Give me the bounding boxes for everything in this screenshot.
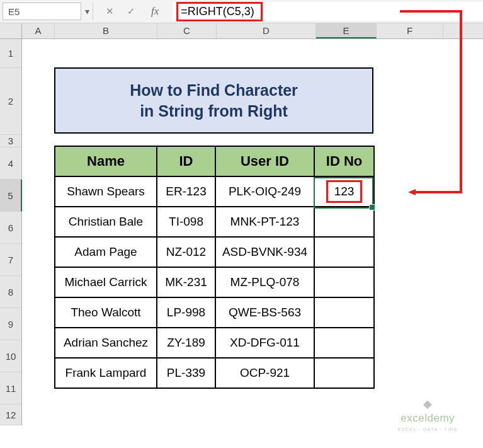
table-row: Adam Page NZ-012 ASD-BVNK-934	[55, 237, 374, 267]
cell-name[interactable]: Shawn Spears	[55, 176, 157, 207]
col-header-A[interactable]: A	[22, 23, 55, 38]
title-line1: How to Find Character	[130, 80, 298, 101]
col-header-D[interactable]: D	[217, 23, 316, 38]
cell-userid[interactable]: ASD-BVNK-934	[215, 237, 314, 267]
column-headers: A B C D E F	[0, 23, 483, 39]
row-header-11[interactable]: 11	[0, 372, 21, 405]
cell-id[interactable]: ER-123	[157, 176, 215, 207]
header-idno[interactable]: ID No	[314, 146, 374, 176]
cell-name[interactable]: Adam Page	[55, 237, 157, 267]
table-row: Adrian Sanchez ZY-189 XD-DFG-011	[55, 328, 374, 358]
row-header-8[interactable]: 8	[0, 276, 21, 308]
watermark-icon: ◆	[397, 397, 458, 411]
header-id[interactable]: ID	[157, 146, 215, 176]
formula-buttons: ✕ ✓ fx	[97, 5, 173, 18]
col-header-C[interactable]: C	[157, 23, 217, 38]
watermark: ◆ exceldemy EXCEL · DATA · TIPS	[397, 397, 458, 432]
row-header-1[interactable]: 1	[0, 39, 21, 68]
cell-userid[interactable]: MZ-PLQ-078	[215, 267, 314, 297]
col-header-F[interactable]: F	[377, 23, 443, 38]
row-header-6[interactable]: 6	[0, 212, 21, 244]
table-row: Shawn Spears ER-123 PLK-OIQ-249 123	[55, 176, 374, 207]
header-name[interactable]: Name	[55, 146, 157, 176]
row-header-5[interactable]: 5	[0, 180, 22, 212]
table-row: Theo Walcott LP-998 QWE-BS-563	[55, 297, 374, 328]
header-userid[interactable]: User ID	[215, 146, 314, 176]
cell-idno[interactable]	[314, 207, 374, 237]
watermark-sub: EXCEL · DATA · TIPS	[397, 427, 458, 432]
chevron-down-icon: ▾	[85, 6, 89, 16]
name-box-dropdown[interactable]: ▾	[81, 3, 93, 20]
cancel-icon[interactable]: ✕	[103, 5, 116, 18]
cell-idno[interactable]	[314, 358, 374, 388]
formula-text: =RIGHT(C5,3)	[176, 2, 263, 21]
row-headers: 1 2 3 4 5 6 7 8 9 10 11 12	[0, 39, 22, 425]
cell-userid[interactable]: PLK-OIQ-249	[215, 176, 314, 207]
cell-idno-E5[interactable]: 123	[314, 176, 374, 207]
select-all-corner[interactable]	[0, 23, 22, 38]
row-header-3[interactable]: 3	[0, 135, 21, 147]
cell-id[interactable]: MK-231	[157, 267, 215, 297]
table-row: Frank Lampard PL-339 OCP-921	[55, 358, 374, 388]
col-header-E[interactable]: E	[316, 23, 377, 38]
cell-name[interactable]: Theo Walcott	[55, 297, 157, 328]
row-header-7[interactable]: 7	[0, 244, 21, 276]
title-line2: in String from Right	[140, 101, 288, 122]
cell-userid[interactable]: OCP-921	[215, 358, 314, 388]
cell-id[interactable]: NZ-012	[157, 237, 215, 267]
name-box-value: E5	[8, 6, 20, 17]
cell-id[interactable]: PL-339	[157, 358, 215, 388]
watermark-name: exceldemy	[401, 412, 455, 424]
cell-idno[interactable]	[314, 237, 374, 267]
cell-id[interactable]: TI-098	[157, 207, 215, 237]
row-header-4[interactable]: 4	[0, 147, 21, 180]
formula-input[interactable]: =RIGHT(C5,3)	[173, 2, 483, 21]
spreadsheet-grid: 1 2 3 4 5 6 7 8 9 10 11 12 How to Find C…	[0, 39, 483, 425]
cell-name[interactable]: Christian Bale	[55, 207, 157, 237]
cell-name[interactable]: Adrian Sanchez	[55, 328, 157, 358]
cell-name[interactable]: Michael Carrick	[55, 267, 157, 297]
table-row: Michael Carrick MK-231 MZ-PLQ-078	[55, 267, 374, 297]
name-box[interactable]: E5	[3, 3, 81, 20]
formula-bar: E5 ▾ ✕ ✓ fx =RIGHT(C5,3)	[0, 0, 483, 23]
e5-result: 123	[326, 180, 363, 203]
cell-idno[interactable]	[314, 328, 374, 358]
row-header-9[interactable]: 9	[0, 308, 21, 340]
table-header-row: Name ID User ID ID No	[55, 146, 374, 176]
cell-userid[interactable]: QWE-BS-563	[215, 297, 314, 328]
row-header-12[interactable]: 12	[0, 405, 21, 425]
row-header-10[interactable]: 10	[0, 340, 21, 372]
accept-icon[interactable]: ✓	[125, 5, 137, 18]
data-table: Name ID User ID ID No Shawn Spears ER-12…	[54, 146, 375, 389]
title-cell[interactable]: How to Find Character in String from Rig…	[54, 67, 373, 134]
row-header-2[interactable]: 2	[0, 68, 21, 135]
table-row: Christian Bale TI-098 MNK-PT-123	[55, 207, 374, 237]
cell-idno[interactable]	[314, 267, 374, 297]
cells-area[interactable]: How to Find Character in String from Rig…	[22, 39, 483, 425]
col-header-B[interactable]: B	[55, 23, 157, 38]
cell-id[interactable]: ZY-189	[157, 328, 215, 358]
cell-userid[interactable]: MNK-PT-123	[215, 207, 314, 237]
fx-button[interactable]: fx	[151, 5, 159, 18]
cell-idno[interactable]	[314, 297, 374, 328]
cell-name[interactable]: Frank Lampard	[55, 358, 157, 388]
cell-userid[interactable]: XD-DFG-011	[215, 328, 314, 358]
cell-id[interactable]: LP-998	[157, 297, 215, 328]
